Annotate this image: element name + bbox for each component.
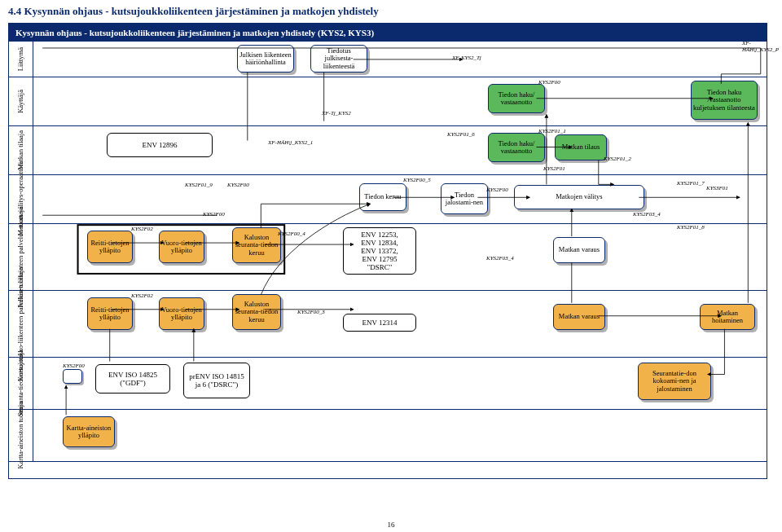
box-matkan-varaus1: Matkan varaus	[553, 237, 605, 263]
box-vuoro1: Vuoro-tietojen ylläpito	[159, 231, 204, 263]
ref-kys2f08: KYS2F00	[63, 363, 85, 369]
ref-kys2f01-b: KYS2F01	[543, 165, 565, 172]
box-seuranta-k: Seurantatie-don kokoami-nen ja jalostami…	[638, 363, 711, 400]
box-text: Kartta-aineiston ylläpito	[65, 424, 112, 440]
ref-kys2f00-3: KYS2F00_3	[297, 309, 325, 315]
box-haku-vast2: Tiedon haku/ vastaanotto	[488, 133, 545, 162]
ref-kys2f01-9: KYS2F01_9	[185, 182, 213, 188]
box-tiedotus: Tiedotus julkisesta-liikenteestä	[310, 45, 367, 73]
box-text: Reitti-tietojen ylläpito	[90, 240, 130, 255]
box-haku-vast1: Tiedon haku/ vastaanotto	[488, 84, 545, 113]
ref-kys2f02-a: KYS2F02	[131, 226, 153, 232]
activity-text: ENV 12253, ENV 12834, ENV 13372, ENV 127…	[361, 231, 398, 271]
swimlanes: Liittymä Julkisen liikenteen häiriönhall…	[9, 42, 767, 478]
activity-text: ENV 12896	[142, 141, 177, 149]
box-tiedon-jalost: Tiedon jalostami-nen	[441, 183, 488, 214]
box-text: Vuoro-tietojen ylläpito	[161, 240, 202, 255]
ref-kys2f00-b: KYS2F00	[203, 211, 225, 218]
ref-kys2f01-6: KYS2F01_6	[447, 131, 475, 138]
page-title: 4.4 Kysynnän ohjaus - kutsujoukkoliikent…	[0, 0, 782, 20]
page-number: 16	[388, 521, 395, 529]
box-vuoro2: Vuoro-tietojen ylläpito	[159, 297, 204, 330]
activity-text: ENV 12314	[362, 319, 397, 327]
activity-env-iso: ENV ISO 14825 ("GDF")	[95, 364, 170, 394]
ref-kys2f01-8: KYS2F01_8	[677, 224, 705, 231]
ref-xf-ham-p: XF-HÄH|j_KYS2_P	[742, 40, 779, 53]
box-kaluston2: Kaluston seuranta-tiedon keruu	[232, 294, 281, 330]
box-text: Tiedon keruu	[364, 193, 401, 200]
ref-kys2f01-r: KYS2F01_2	[604, 156, 631, 162]
small-box	[63, 369, 82, 384]
lane-kutsujoukko-palvelu: Kutsujoukko-liikenteen palvelun-tuottaja…	[9, 291, 767, 358]
ref-kys2f01-1: KYS2F01_1	[538, 128, 566, 134]
box-reitti1: Reitti-tietojen ylläpito	[87, 231, 133, 263]
activity-prenv: prENV ISO 14815 ja 6 ("DSRC")	[183, 363, 250, 398]
box-text: Matkan varaus	[559, 313, 600, 320]
box-text: Kaluston seuranta-tiedon keruu	[235, 301, 279, 323]
activity-env12314: ENV 12314	[343, 314, 416, 332]
box-text: Kaluston seuranta-tiedon keruu	[235, 234, 279, 257]
banner-text: Kysynnän ohjaus - kutsujoukkoliikenteen …	[15, 28, 374, 37]
ref-kys2f02-b: KYS2F02	[131, 292, 153, 299]
box-text: Reitti-tietojen ylläpito	[90, 306, 130, 322]
box-text: Matkan varaus	[559, 246, 600, 253]
ref-kys2f00-5: KYS2F00_5	[403, 177, 431, 183]
lane-seuranta: Seuranta-tiedon-tuottaja KYS2F00 ENV ISO…	[9, 358, 767, 410]
box-matkan-hoit: Matkan hoitaminen	[700, 304, 755, 330]
activity-env-list: ENV 12253, ENV 12834, ENV 13372, ENV 127…	[343, 227, 416, 275]
lane-kayttaja: Käyttäjä XF-Tj_KYS2 Tiedon haku/ vastaan…	[9, 77, 767, 126]
ref-xf-ham-1: XF-HÄH|j_KYS2_1	[268, 139, 313, 146]
lane-kartta: Kartta-aineiston tuottaja Kartta-aineist…	[9, 410, 767, 462]
ref-xf-tj-kys2: XF-Tj_KYS2	[322, 110, 351, 117]
activity-text: ENV ISO 14825 ("GDF")	[99, 371, 166, 387]
lane-matkan-tilaaja: Matkan tilaaja ENV 12896 XF-HÄH|j_KYS2_1…	[9, 126, 767, 175]
lane-label: Liittymä	[17, 47, 24, 71]
ref-kys2f03-4b: KYS2F03_4	[486, 255, 514, 262]
lane-matkan-valitys: Matkan välitys-operaattori KYS2F01_9 KYS…	[9, 175, 767, 224]
box-kartta: Kartta-aineiston ylläpito	[63, 416, 115, 447]
box-text: Tiedon haku/ vastaanotto	[490, 91, 543, 107]
ref-kys2f00-a: KYS2F00	[538, 79, 560, 86]
activity-text: prENV ISO 14815 ja 6 ("DSRC")	[187, 372, 246, 389]
box-haku-kulj: Tiedon haku /vastaanotto kuljetuksen til…	[691, 81, 758, 120]
box-matkan-tilaus: Matkan tilaus	[555, 134, 607, 160]
box-matkojen-val: Matkojen välitys	[514, 185, 644, 209]
box-reitti2: Reitti-tietojen ylläpito	[87, 297, 133, 330]
ref-kys2f01-c: KYS2F03_4	[633, 211, 661, 218]
diagram-banner: Kysynnän ohjaus - kutsujoukkoliikenteen …	[9, 24, 767, 42]
ref-kys3f01: KYS3F01	[706, 185, 728, 191]
ref-kys2f00-c: KYS2F00	[486, 187, 508, 193]
box-text: Matkan hoitaminen	[702, 310, 753, 325]
box-matkan-varaus2: Matkan varaus	[553, 304, 605, 330]
ref-kys2f01-7: KYS2F01_7	[677, 180, 705, 187]
lane-label: Kartta-aineiston tuottaja	[17, 402, 24, 468]
box-text: Seurantatie-don kokoami-nen ja jalostami…	[640, 370, 709, 393]
box-text: Matkan tilaus	[562, 143, 600, 151]
ref-kys2f00-2: KYS2F00	[227, 182, 249, 188]
box-julkisen: Julkisen liikenteen häiriönhallinta	[237, 45, 294, 73]
lane-liittyma: Liittymä Julkisen liikenteen häiriönhall…	[9, 42, 767, 77]
lane-julkinen-palvelu: Julkisen liikenteen palvelun-tuottaja Re…	[9, 224, 767, 291]
diagram-container: Kysynnän ohjaus - kutsujoukkoliikenteen …	[8, 23, 767, 479]
ref-kys2f00-4: KYS2F00_4	[278, 231, 305, 237]
box-text: Tiedon haku /vastaanotto kuljetuksen til…	[693, 89, 755, 112]
box-kaluston1: Kaluston seuranta-tiedon keruu	[232, 227, 281, 263]
ref-xf-kys2-tj: XF-KYS2_Tj	[452, 55, 481, 61]
activity-env12896: ENV 12896	[107, 133, 213, 157]
box-tiedon-keruu: Tiedon keruu	[359, 183, 406, 211]
box-text: Vuoro-tietojen ylläpito	[161, 306, 202, 322]
box-text: Tiedon jalostami-nen	[443, 191, 485, 207]
box-text: Tiedon haku/ vastaanotto	[490, 140, 543, 156]
box-text: Matkojen välitys	[556, 193, 602, 200]
box-text: Tiedotus julkisesta-liikenteestä	[313, 47, 365, 70]
box-text: Julkisen liikenteen häiriönhallinta	[239, 51, 292, 67]
lane-label: Käyttäjä	[17, 90, 24, 113]
